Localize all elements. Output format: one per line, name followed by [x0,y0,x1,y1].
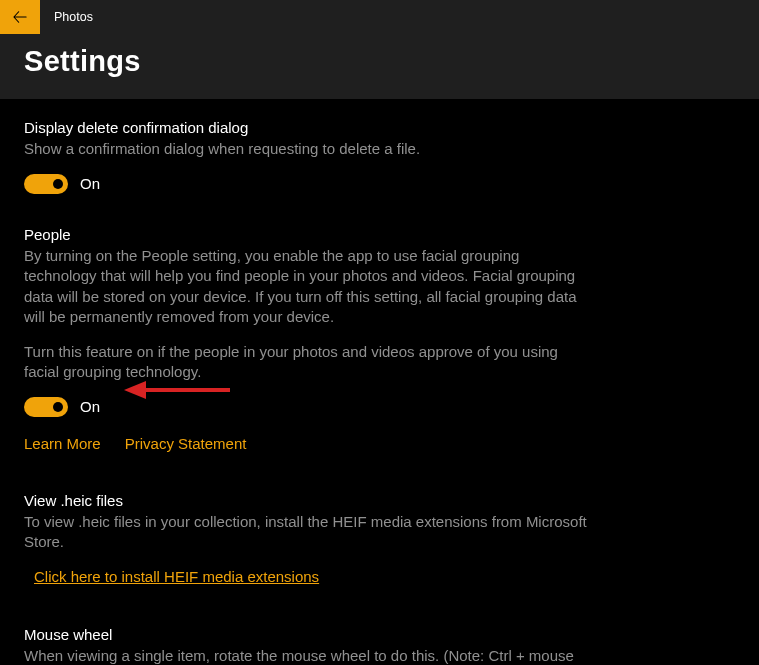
toggle-row: On [24,397,735,417]
toggle-knob-icon [53,179,63,189]
learn-more-link[interactable]: Learn More [24,435,101,452]
people-links: Learn More Privacy Statement [24,435,735,452]
app-title: Photos [54,10,93,24]
people-toggle[interactable] [24,397,68,417]
setting-description: Turn this feature on if the people in yo… [24,342,589,383]
titlebar: Photos [0,0,759,34]
toggle-row: On [24,174,735,194]
setting-description: When viewing a single item, rotate the m… [24,646,589,665]
toggle-state-label: On [80,398,100,415]
setting-label: People [24,226,735,243]
setting-delete-confirmation: Display delete confirmation dialog Show … [24,119,735,194]
setting-description: By turning on the People setting, you en… [24,246,589,328]
setting-heic: View .heic files To view .heic files in … [24,492,735,586]
setting-label: Mouse wheel [24,626,735,643]
setting-label: Display delete confirmation dialog [24,119,735,136]
privacy-statement-link[interactable]: Privacy Statement [125,435,247,452]
setting-mouse-wheel: Mouse wheel When viewing a single item, … [24,626,735,665]
install-heif-link[interactable]: Click here to install HEIF media extensi… [34,568,319,585]
settings-content: Display delete confirmation dialog Show … [0,99,759,665]
back-arrow-icon [13,10,27,24]
back-button[interactable] [0,0,40,34]
toggle-state-label: On [80,175,100,192]
delete-confirm-toggle[interactable] [24,174,68,194]
toggle-knob-icon [53,402,63,412]
setting-description: To view .heic files in your collection, … [24,512,589,553]
setting-label: View .heic files [24,492,735,509]
setting-description: Show a confirmation dialog when requesti… [24,139,589,160]
page-title: Settings [24,45,735,78]
header-area: Settings [0,34,759,99]
setting-people: People By turning on the People setting,… [24,226,735,452]
